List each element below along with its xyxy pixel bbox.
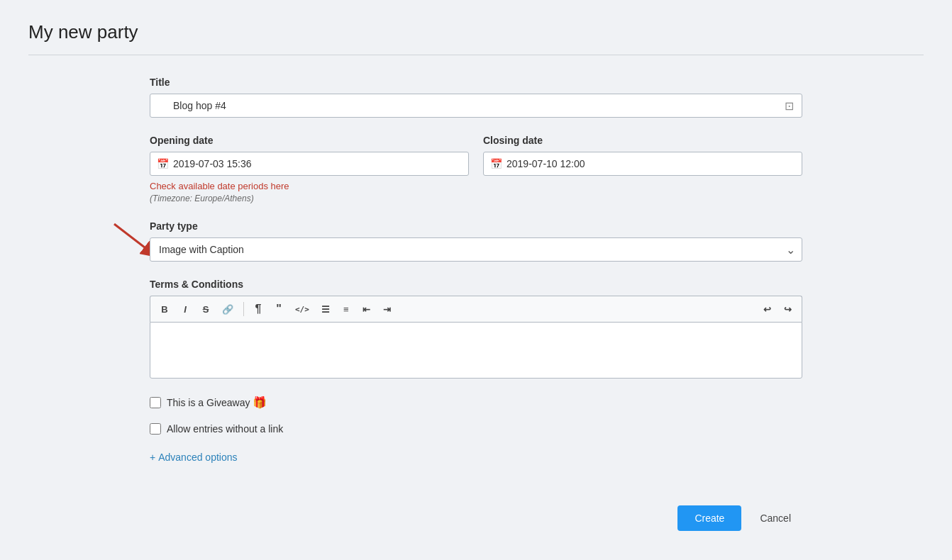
redo-button[interactable]: ↪ [777, 299, 797, 319]
opening-date-input[interactable] [150, 152, 469, 176]
giveaway-row: This is a Giveaway 🎁 [150, 396, 802, 409]
cancel-button[interactable]: Cancel [748, 505, 802, 531]
blockquote-button[interactable]: " [269, 299, 289, 319]
party-type-label: Party type [150, 220, 802, 232]
date-row: Opening date 📅 Check available date peri… [150, 135, 802, 203]
allow-entries-row: Allow entries without a link [150, 423, 802, 435]
calendar-icon-closing: 📅 [490, 158, 502, 169]
undo-button[interactable]: ↩ [757, 299, 777, 319]
bold-button[interactable]: B [155, 299, 175, 319]
opening-date-col: Opening date 📅 Check available date peri… [150, 135, 469, 203]
title-clear-button[interactable]: ⊡ [782, 98, 797, 114]
plus-icon: + [150, 452, 155, 463]
title-input-wrapper: ⊡ [150, 94, 802, 118]
form-actions: Create Cancel [150, 491, 802, 531]
allow-entries-checkbox[interactable] [150, 423, 161, 435]
timezone-note: (Timezone: Europe/Athens) [150, 194, 469, 203]
block-format-group: ¶ " </> ☰ ≡ ⇤ ⇥ [248, 299, 397, 319]
toolbar-sep-1 [243, 302, 244, 316]
closing-date-col: Closing date 📅 [483, 135, 802, 203]
advanced-options-text: Advanced options [158, 452, 237, 463]
advanced-options-container: + Advanced options [150, 449, 802, 463]
terms-label: Terms & Conditions [150, 279, 802, 290]
closing-date-wrapper: 📅 [483, 152, 802, 176]
giveaway-label[interactable]: This is a Giveaway 🎁 [167, 396, 267, 409]
indent-increase-button[interactable]: ⇥ [377, 299, 397, 319]
title-group: Title ⊡ [150, 77, 802, 118]
opening-date-label: Opening date [150, 135, 469, 146]
link-button[interactable]: 🔗 [216, 299, 239, 319]
date-periods-link[interactable]: Check available date periods here [150, 181, 289, 191]
gift-icon: 🎁 [253, 396, 267, 408]
title-input[interactable] [150, 94, 802, 118]
closing-date-input[interactable] [483, 152, 802, 176]
italic-button[interactable]: I [175, 299, 195, 319]
create-button[interactable]: Create [677, 505, 741, 531]
strikethrough-button[interactable]: S [196, 299, 216, 319]
text-format-group: B I S 🔗 [155, 299, 239, 319]
code-button[interactable]: </> [289, 299, 315, 319]
terms-editor[interactable] [150, 322, 802, 379]
closing-date-label: Closing date [483, 135, 802, 146]
svg-line-0 [114, 224, 151, 252]
ordered-list-button[interactable]: ≡ [336, 299, 356, 319]
editor-toolbar: B I S 🔗 ¶ " </> ☰ ≡ ⇤ ⇥ [150, 296, 802, 322]
title-label: Title [150, 77, 802, 88]
bullet-list-button[interactable]: ☰ [316, 299, 336, 319]
party-type-wrapper: Image with Caption Text only Video Link … [150, 237, 802, 262]
indent-decrease-button[interactable]: ⇤ [357, 299, 377, 319]
giveaway-checkbox[interactable] [150, 397, 161, 408]
party-type-select[interactable]: Image with Caption Text only Video Link [150, 237, 802, 262]
allow-entries-label[interactable]: Allow entries without a link [167, 423, 283, 435]
opening-date-wrapper: 📅 [150, 152, 469, 176]
advanced-options-link[interactable]: + Advanced options [150, 452, 238, 463]
calendar-icon-opening: 📅 [157, 158, 169, 169]
terms-group: Terms & Conditions B I S 🔗 ¶ " </> ☰ ≡ [150, 279, 802, 379]
party-type-group: Party type Image with Caption Text only … [150, 220, 802, 262]
page-title: My new party [28, 21, 924, 43]
date-hint: Check available date periods here [150, 180, 469, 191]
heading-button[interactable]: ¶ [248, 299, 268, 319]
divider [28, 55, 924, 55]
history-group: ↩ ↪ [757, 299, 797, 319]
